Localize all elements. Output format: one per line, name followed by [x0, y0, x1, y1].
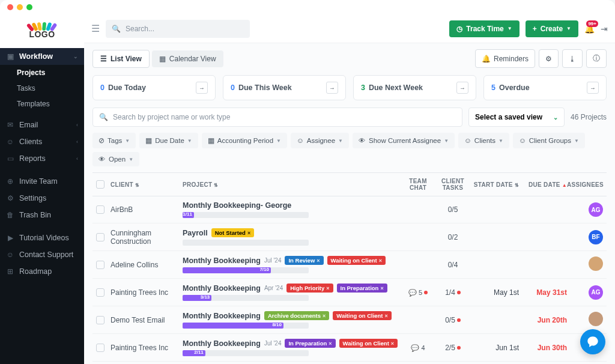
table-row[interactable]: Cunningham Construction Payroll Not Star…	[92, 223, 607, 251]
filter-due-date[interactable]: ▦Due Date▼	[139, 133, 198, 148]
stat-due-today[interactable]: 0Due Today→	[92, 75, 216, 100]
assignee-avatar[interactable]: BF	[589, 230, 603, 244]
stat-overdue[interactable]: 5Overdue→	[483, 75, 607, 100]
arrow-icon[interactable]: →	[196, 82, 208, 94]
nav-support[interactable]: ☺Contact Support	[0, 246, 84, 263]
nav-clients[interactable]: ☺Clients‹	[0, 133, 84, 150]
filter-tags[interactable]: ⊘Tags▼	[92, 133, 136, 148]
col-due-header[interactable]: DUE DATE▲	[519, 181, 567, 188]
track-time-button[interactable]: ◷ Track Time ▼	[449, 20, 519, 37]
table-row[interactable]: AirBnB Monthly Bookkeeping- George 1/11 …	[92, 196, 607, 223]
menu-toggle[interactable]: ☰	[91, 23, 100, 34]
tag[interactable]: Waiting on Client×	[339, 339, 398, 348]
stat-due-week[interactable]: 0Due This Week→	[223, 75, 346, 100]
chat-count[interactable]: 💬 5	[408, 289, 428, 297]
tag-remove-icon[interactable]: ×	[329, 341, 332, 347]
project-name[interactable]: Monthly Bookkeeping Apr '24 High Priorit…	[183, 284, 387, 293]
window-close[interactable]	[7, 4, 13, 10]
col-project-header[interactable]: PROJECT⇅	[183, 181, 401, 188]
row-checkbox[interactable]	[96, 288, 105, 297]
logout-icon[interactable]: ⇥	[601, 24, 608, 34]
start-date: May 1st	[471, 288, 519, 297]
tag[interactable]: In Review×	[285, 256, 323, 265]
table-row[interactable]: Adeline Collins Monthly Bookkeeping Jul …	[92, 251, 607, 279]
nav-invite[interactable]: ⊕Invite Team	[0, 173, 84, 190]
row-checkbox[interactable]	[96, 316, 105, 324]
row-checkbox[interactable]	[96, 261, 105, 269]
tag[interactable]: Archive documents×	[264, 311, 329, 320]
tasks-count: 2/5	[445, 344, 461, 352]
nav-reports[interactable]: ▭Reports‹	[0, 150, 84, 167]
chat-count[interactable]: 💬 4	[411, 344, 425, 352]
row-checkbox[interactable]	[96, 344, 105, 352]
tag-remove-icon[interactable]: ×	[317, 258, 320, 264]
table-row[interactable]: Painting Trees Inc Monthly Bookkeeping J…	[92, 334, 607, 362]
nav-email[interactable]: ✉Email‹	[0, 117, 84, 133]
arrow-icon[interactable]: →	[587, 82, 599, 94]
arrow-icon[interactable]: →	[326, 82, 338, 94]
tag[interactable]: In Preparation×	[337, 284, 387, 293]
col-client-header[interactable]: CLIENT⇅	[111, 181, 183, 188]
tag-remove-icon[interactable]: ×	[379, 258, 382, 264]
tag[interactable]: Not Started×	[211, 228, 254, 237]
saved-view-select[interactable]: Select a saved view⌄	[468, 108, 565, 127]
tasks-count: 0/5	[448, 205, 458, 214]
project-name[interactable]: Monthly Bookkeeping Archive documents× W…	[183, 311, 392, 320]
tab-list-view[interactable]: ☰List View	[92, 50, 150, 68]
assignee-avatar[interactable]: AG	[589, 285, 603, 300]
tag[interactable]: High Priority×	[286, 284, 333, 293]
create-button[interactable]: + Create ▼	[526, 20, 578, 37]
project-name[interactable]: Monthly Bookkeeping Jul '24 In Preparati…	[183, 339, 398, 348]
filter-accounting-period[interactable]: ▦Accounting Period▼	[202, 133, 287, 148]
tag-remove-icon[interactable]: ×	[323, 313, 326, 319]
tag[interactable]: In Preparation×	[285, 339, 335, 348]
settings-button[interactable]: ⚙	[539, 49, 559, 68]
stat-due-next[interactable]: 3Due Next Week→	[353, 75, 476, 100]
nav-tasks[interactable]: Tasks	[0, 80, 84, 96]
window-zoom[interactable]	[26, 4, 32, 10]
table-row[interactable]: Demo Test Email Monthly Bookkeeping Arch…	[92, 306, 607, 334]
filter-assignee[interactable]: ☺Assignee▼	[291, 133, 349, 148]
intercom-launcher[interactable]	[580, 329, 605, 354]
tag-remove-icon[interactable]: ×	[391, 341, 394, 347]
nav-tutorial[interactable]: ▶Tutorial Videos	[0, 229, 84, 246]
tag-remove-icon[interactable]: ×	[326, 285, 329, 291]
select-all-checkbox[interactable]	[96, 180, 105, 189]
nav-workflow[interactable]: ▣ Workflow ⌄	[0, 48, 84, 65]
project-name[interactable]: Monthly Bookkeeping Jul '24 In Review× W…	[183, 256, 386, 265]
chevron-down-icon: ▼	[507, 26, 512, 31]
table-row[interactable]: Painting Trees Inc Monday bookkeeping 3/…	[92, 362, 607, 364]
col-start-header[interactable]: START DATE⇅	[471, 181, 519, 188]
row-checkbox[interactable]	[96, 205, 105, 214]
arrow-icon[interactable]: →	[456, 82, 468, 94]
assignee-avatar[interactable]	[589, 256, 603, 271]
help-button[interactable]: ⓘ	[586, 49, 607, 68]
project-search-input[interactable]: 🔍Search by project name or work type	[92, 108, 462, 127]
nav-projects[interactable]: Projects	[0, 65, 84, 80]
download-button[interactable]: ⭳	[562, 49, 583, 68]
filter-show-current[interactable]: 👁Show Current Assignee▼	[353, 133, 455, 148]
assignee-avatar[interactable]	[589, 312, 603, 326]
tag[interactable]: Waiting on Client×	[333, 311, 392, 320]
tab-calendar-view[interactable]: ▦Calendar View	[152, 50, 223, 67]
search-input[interactable]: 🔍 Search...	[106, 20, 250, 38]
nav-settings[interactable]: ⚙Settings	[0, 190, 84, 207]
tag-remove-icon[interactable]: ×	[247, 230, 250, 236]
filter-clients[interactable]: ☺Clients▼	[458, 133, 509, 148]
tag-remove-icon[interactable]: ×	[380, 285, 383, 291]
filter-client-groups[interactable]: ☺Client Groups▼	[513, 133, 585, 148]
notifications-icon[interactable]: 🔔99+	[584, 24, 595, 34]
window-minimize[interactable]	[17, 4, 23, 10]
tag[interactable]: Waiting on Client×	[327, 256, 386, 265]
nav-roadmap[interactable]: ⊞Roadmap	[0, 263, 84, 280]
table-row[interactable]: Painting Trees Inc Monthly Bookkeeping A…	[92, 279, 607, 306]
reminders-button[interactable]: 🔔Reminders	[475, 49, 535, 68]
tag-remove-icon[interactable]: ×	[385, 313, 388, 319]
assignee-avatar[interactable]: AG	[589, 202, 603, 217]
nav-trash[interactable]: 🗑Trash Bin	[0, 207, 84, 223]
project-name[interactable]: Monthly Bookkeeping- George	[183, 201, 291, 210]
project-name[interactable]: Payroll Not Started×	[183, 228, 254, 237]
row-checkbox[interactable]	[96, 233, 105, 241]
filter-open[interactable]: 👁Open▼	[92, 152, 139, 166]
nav-templates[interactable]: Templates	[0, 96, 84, 112]
